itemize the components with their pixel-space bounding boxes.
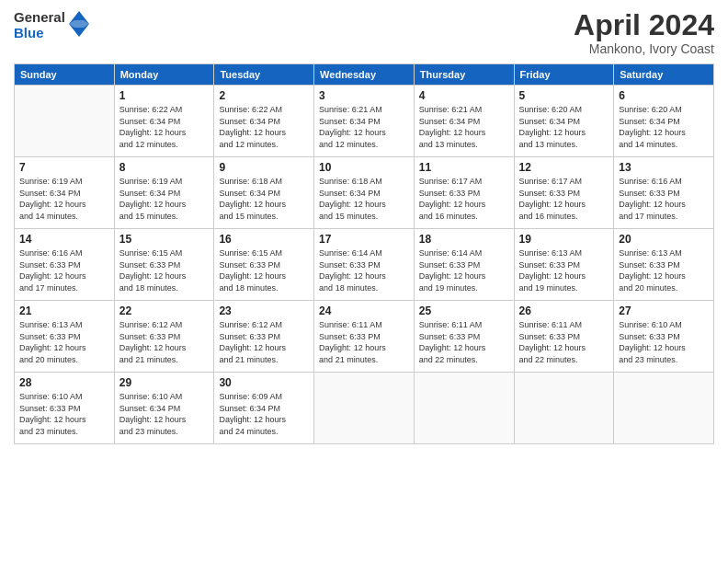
day-number: 2 xyxy=(219,89,309,102)
day-number: 20 xyxy=(619,233,709,246)
cell-w3-d2: 15Sunrise: 6:15 AM Sunset: 6:33 PM Dayli… xyxy=(114,229,214,301)
day-info: Sunrise: 6:20 AM Sunset: 6:34 PM Dayligh… xyxy=(619,104,709,150)
day-number: 10 xyxy=(319,161,409,174)
day-number: 9 xyxy=(219,161,309,174)
header: General Blue April 2024 Mankono, Ivory C… xyxy=(14,9,714,56)
cell-w3-d3: 16Sunrise: 6:15 AM Sunset: 6:33 PM Dayli… xyxy=(214,229,314,301)
cell-w2-d4: 10Sunrise: 6:18 AM Sunset: 6:34 PM Dayli… xyxy=(314,157,415,229)
day-info: Sunrise: 6:16 AM Sunset: 6:33 PM Dayligh… xyxy=(19,247,109,293)
day-info: Sunrise: 6:18 AM Sunset: 6:34 PM Dayligh… xyxy=(319,176,409,222)
day-number: 29 xyxy=(119,376,210,389)
day-info: Sunrise: 6:15 AM Sunset: 6:33 PM Dayligh… xyxy=(119,247,210,293)
day-number: 28 xyxy=(19,376,109,389)
day-info: Sunrise: 6:19 AM Sunset: 6:34 PM Dayligh… xyxy=(119,176,210,222)
day-number: 24 xyxy=(319,304,409,317)
day-info: Sunrise: 6:19 AM Sunset: 6:34 PM Dayligh… xyxy=(19,176,109,222)
cell-w1-d5: 4Sunrise: 6:21 AM Sunset: 6:34 PM Daylig… xyxy=(414,86,514,157)
cell-w5-d1: 28Sunrise: 6:10 AM Sunset: 6:33 PM Dayli… xyxy=(15,373,115,444)
logo: General Blue xyxy=(14,9,89,41)
day-number: 6 xyxy=(619,89,709,102)
cell-w1-d6: 5Sunrise: 6:20 AM Sunset: 6:34 PM Daylig… xyxy=(514,86,614,157)
day-number: 14 xyxy=(19,233,109,246)
day-number: 7 xyxy=(19,161,109,174)
cell-w1-d3: 2Sunrise: 6:22 AM Sunset: 6:34 PM Daylig… xyxy=(214,86,314,157)
cell-w1-d7: 6Sunrise: 6:20 AM Sunset: 6:34 PM Daylig… xyxy=(614,86,714,157)
day-info: Sunrise: 6:17 AM Sunset: 6:33 PM Dayligh… xyxy=(519,176,609,222)
cell-w5-d7 xyxy=(614,373,714,444)
day-info: Sunrise: 6:18 AM Sunset: 6:34 PM Dayligh… xyxy=(219,176,309,222)
cell-w1-d1 xyxy=(15,86,115,157)
day-info: Sunrise: 6:21 AM Sunset: 6:34 PM Dayligh… xyxy=(419,104,509,150)
month-title: April 2024 xyxy=(574,9,714,41)
cell-w3-d7: 20Sunrise: 6:13 AM Sunset: 6:33 PM Dayli… xyxy=(614,229,714,301)
header-wednesday: Wednesday xyxy=(314,64,415,86)
day-number: 11 xyxy=(419,161,509,174)
header-friday: Friday xyxy=(514,64,614,86)
day-number: 18 xyxy=(419,233,509,246)
header-thursday: Thursday xyxy=(414,64,514,86)
day-number: 4 xyxy=(419,89,509,102)
day-number: 19 xyxy=(519,233,609,246)
day-number: 15 xyxy=(119,233,210,246)
cell-w5-d2: 29Sunrise: 6:10 AM Sunset: 6:34 PM Dayli… xyxy=(114,373,214,444)
day-info: Sunrise: 6:10 AM Sunset: 6:34 PM Dayligh… xyxy=(119,391,210,437)
day-number: 17 xyxy=(319,233,409,246)
week-row-2: 7Sunrise: 6:19 AM Sunset: 6:34 PM Daylig… xyxy=(15,157,714,229)
day-info: Sunrise: 6:20 AM Sunset: 6:34 PM Dayligh… xyxy=(519,104,609,150)
cell-w2-d1: 7Sunrise: 6:19 AM Sunset: 6:34 PM Daylig… xyxy=(15,157,115,229)
day-number: 22 xyxy=(119,304,210,317)
day-info: Sunrise: 6:16 AM Sunset: 6:33 PM Dayligh… xyxy=(619,176,709,222)
day-info: Sunrise: 6:21 AM Sunset: 6:34 PM Dayligh… xyxy=(319,104,409,150)
day-info: Sunrise: 6:13 AM Sunset: 6:33 PM Dayligh… xyxy=(619,247,709,293)
cell-w4-d1: 21Sunrise: 6:13 AM Sunset: 6:33 PM Dayli… xyxy=(15,301,115,373)
week-row-5: 28Sunrise: 6:10 AM Sunset: 6:33 PM Dayli… xyxy=(15,373,714,444)
day-info: Sunrise: 6:13 AM Sunset: 6:33 PM Dayligh… xyxy=(19,319,109,365)
logo-area: General Blue xyxy=(14,9,89,41)
day-info: Sunrise: 6:10 AM Sunset: 6:33 PM Dayligh… xyxy=(19,391,109,437)
day-info: Sunrise: 6:11 AM Sunset: 6:33 PM Dayligh… xyxy=(519,319,609,365)
day-number: 21 xyxy=(19,304,109,317)
logo-blue: Blue xyxy=(14,25,65,40)
cell-w2-d3: 9Sunrise: 6:18 AM Sunset: 6:34 PM Daylig… xyxy=(214,157,314,229)
week-row-4: 21Sunrise: 6:13 AM Sunset: 6:33 PM Dayli… xyxy=(15,301,714,373)
day-number: 25 xyxy=(419,304,509,317)
day-info: Sunrise: 6:10 AM Sunset: 6:33 PM Dayligh… xyxy=(619,319,709,365)
cell-w5-d6 xyxy=(514,373,614,444)
day-info: Sunrise: 6:14 AM Sunset: 6:33 PM Dayligh… xyxy=(419,247,509,293)
day-info: Sunrise: 6:17 AM Sunset: 6:33 PM Dayligh… xyxy=(419,176,509,222)
day-info: Sunrise: 6:15 AM Sunset: 6:33 PM Dayligh… xyxy=(219,247,309,293)
cell-w2-d5: 11Sunrise: 6:17 AM Sunset: 6:33 PM Dayli… xyxy=(414,157,514,229)
day-info: Sunrise: 6:22 AM Sunset: 6:34 PM Dayligh… xyxy=(219,104,309,150)
title-area: April 2024 Mankono, Ivory Coast xyxy=(574,9,714,56)
cell-w4-d5: 25Sunrise: 6:11 AM Sunset: 6:33 PM Dayli… xyxy=(414,301,514,373)
cell-w2-d6: 12Sunrise: 6:17 AM Sunset: 6:33 PM Dayli… xyxy=(514,157,614,229)
day-number: 8 xyxy=(119,161,210,174)
cell-w3-d1: 14Sunrise: 6:16 AM Sunset: 6:33 PM Dayli… xyxy=(15,229,115,301)
header-monday: Monday xyxy=(114,64,214,86)
page: General Blue April 2024 Mankono, Ivory C… xyxy=(0,0,728,563)
day-number: 26 xyxy=(519,304,609,317)
cell-w4-d4: 24Sunrise: 6:11 AM Sunset: 6:33 PM Dayli… xyxy=(314,301,415,373)
day-info: Sunrise: 6:11 AM Sunset: 6:33 PM Dayligh… xyxy=(319,319,409,365)
day-info: Sunrise: 6:13 AM Sunset: 6:33 PM Dayligh… xyxy=(519,247,609,293)
week-row-1: 1Sunrise: 6:22 AM Sunset: 6:34 PM Daylig… xyxy=(15,86,714,157)
header-saturday: Saturday xyxy=(614,64,714,86)
cell-w4-d3: 23Sunrise: 6:12 AM Sunset: 6:33 PM Dayli… xyxy=(214,301,314,373)
day-number: 1 xyxy=(119,89,210,102)
day-number: 3 xyxy=(319,89,409,102)
cell-w2-d7: 13Sunrise: 6:16 AM Sunset: 6:33 PM Dayli… xyxy=(614,157,714,229)
calendar-table: SundayMondayTuesdayWednesdayThursdayFrid… xyxy=(14,63,714,444)
cell-w1-d2: 1Sunrise: 6:22 AM Sunset: 6:34 PM Daylig… xyxy=(114,86,214,157)
cell-w2-d2: 8Sunrise: 6:19 AM Sunset: 6:34 PM Daylig… xyxy=(114,157,214,229)
header-tuesday: Tuesday xyxy=(214,64,314,86)
cell-w5-d3: 30Sunrise: 6:09 AM Sunset: 6:34 PM Dayli… xyxy=(214,373,314,444)
cell-w5-d4 xyxy=(314,373,415,444)
cell-w3-d5: 18Sunrise: 6:14 AM Sunset: 6:33 PM Dayli… xyxy=(414,229,514,301)
day-number: 13 xyxy=(619,161,709,174)
cell-w1-d4: 3Sunrise: 6:21 AM Sunset: 6:34 PM Daylig… xyxy=(314,86,415,157)
cell-w4-d6: 26Sunrise: 6:11 AM Sunset: 6:33 PM Dayli… xyxy=(514,301,614,373)
day-info: Sunrise: 6:12 AM Sunset: 6:33 PM Dayligh… xyxy=(119,319,210,365)
cell-w3-d4: 17Sunrise: 6:14 AM Sunset: 6:33 PM Dayli… xyxy=(314,229,415,301)
day-info: Sunrise: 6:14 AM Sunset: 6:33 PM Dayligh… xyxy=(319,247,409,293)
subtitle: Mankono, Ivory Coast xyxy=(574,41,714,56)
